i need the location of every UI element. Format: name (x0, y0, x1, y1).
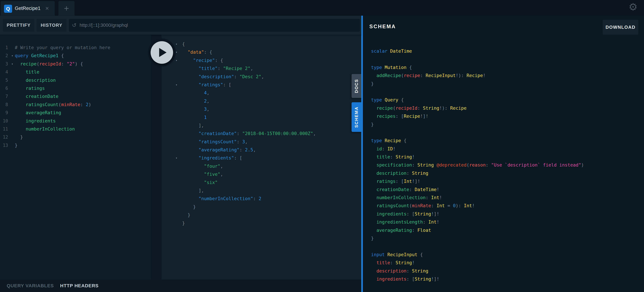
graphql-playground-window: Q GetRecipe1 × + ⚙ PRETTIFY HISTORY ↺ 1#… (0, 0, 644, 292)
code-line (371, 242, 640, 250)
code-line: 3, (174, 105, 359, 113)
query-variables-tab[interactable]: QUERY VARIABLES (7, 279, 54, 292)
code-line: title: String! (371, 153, 640, 161)
schema-viewer: scalar DateTimetype Mutation { addRecipe… (371, 47, 640, 283)
code-line: input RecipeInput { (371, 251, 640, 259)
code-line: title: String! (371, 259, 640, 267)
code-line (371, 128, 640, 136)
top-bar: Q GetRecipe1 × + ⚙ (0, 0, 644, 16)
code-line (371, 88, 640, 96)
code-line: ratings: [Int!]! (371, 177, 640, 185)
new-tab-button[interactable]: + (58, 1, 74, 16)
download-schema-button[interactable]: DOWNLOAD (603, 20, 638, 35)
code-line: ], (174, 121, 359, 129)
code-line: "averageRating": 2.5, (174, 146, 359, 154)
code-line: } (371, 234, 640, 242)
fold-arrow-icon[interactable]: ▾ (10, 60, 15, 68)
code-line: 4, (174, 89, 359, 97)
line-number: 2 (0, 52, 10, 60)
toolbar: PRETTIFY HISTORY ↺ (0, 16, 361, 35)
code-line: id: ID! (371, 145, 640, 153)
code-line: numberInCollection: Int! (371, 194, 640, 202)
code-line: type Recipe { (371, 136, 640, 145)
endpoint-bar: ↺ (69, 19, 360, 32)
code-line: ingredients: [String!]! (371, 210, 640, 218)
query-type-icon: Q (4, 5, 12, 13)
line-number: 11 (0, 125, 10, 133)
code-line: "numberInCollection": 2 (174, 195, 359, 203)
prettify-button[interactable]: PRETTIFY (3, 19, 34, 32)
code-line: 13} (0, 141, 150, 149)
code-line: 12 } (0, 133, 150, 141)
code-line: 2, (174, 97, 359, 105)
execute-query-button[interactable] (150, 41, 173, 64)
code-line: 8 ratingsCount(minRate: 2) (0, 101, 150, 109)
endpoint-url-input[interactable] (80, 23, 360, 28)
code-line: } (371, 80, 640, 88)
line-number: 5 (0, 76, 10, 84)
line-number: 12 (0, 133, 10, 141)
play-icon (159, 48, 166, 57)
code-line: description: String (371, 267, 640, 275)
code-line: "title": "Recipe 2", (174, 64, 359, 72)
code-line: } (371, 120, 640, 128)
schema-side-tab[interactable]: SCHEMA (352, 102, 361, 132)
line-number: 8 (0, 101, 10, 109)
history-button[interactable]: HISTORY (36, 19, 66, 32)
code-line: description: String (371, 169, 640, 177)
code-line: "creationDate": "2018-04-15T00:00:00.000… (174, 129, 359, 137)
code-line: } (174, 203, 359, 211)
docs-tab-label: DOCS (354, 79, 359, 93)
code-line: } (174, 211, 359, 219)
code-line: specification: String @deprecated(reason… (371, 161, 640, 169)
code-line: addRecipe(recipe: RecipeInput!): Recipe! (371, 71, 640, 80)
line-number: 3 (0, 60, 10, 68)
settings-gear-icon[interactable]: ⚙ (626, 0, 641, 15)
line-number: 10 (0, 117, 10, 125)
line-number: 7 (0, 92, 10, 100)
docs-side-tab[interactable]: DOCS (352, 74, 361, 98)
line-number: 1 (0, 44, 10, 52)
code-line: 3▾ recipe(recipeId: "2") { (0, 60, 150, 68)
code-line: ▾ "recipe": { (174, 56, 359, 64)
fold-arrow-icon[interactable]: ▾ (10, 52, 15, 60)
code-line: ingredientsLength: Int! (371, 218, 640, 226)
line-number: 4 (0, 68, 10, 76)
tab-getrecipe1[interactable]: Q GetRecipe1 × (1, 1, 55, 16)
code-line: ▾ "ingredients": [ (174, 154, 359, 162)
schema-panel-title: SCHEMA (369, 24, 396, 30)
code-line: 11 numberInCollection (0, 125, 150, 133)
close-tab-icon[interactable]: × (45, 1, 49, 16)
line-number: 13 (0, 141, 10, 149)
code-line: 6 ratings (0, 84, 150, 92)
tab-title: GetRecipe1 (15, 1, 40, 16)
fold-arrow-icon[interactable]: ▾ (174, 154, 182, 162)
code-line: "four", (174, 162, 359, 170)
schema-tab-label: SCHEMA (354, 106, 359, 128)
line-number: 9 (0, 109, 10, 117)
code-line: "five", (174, 170, 359, 178)
code-line: scalar DateTime (371, 47, 640, 55)
code-line: ▾{ (174, 40, 359, 48)
schema-divider[interactable] (361, 16, 363, 292)
fold-arrow-icon[interactable]: ▾ (174, 81, 182, 89)
query-editor[interactable]: 1# Write your query or mutation here2▾qu… (0, 44, 150, 149)
code-line: 7 creationDate (0, 92, 150, 100)
line-number: 6 (0, 84, 10, 92)
code-line (371, 55, 640, 63)
code-line: type Mutation { (371, 63, 640, 71)
code-line: 1# Write your query or mutation here (0, 44, 150, 52)
code-line: 2▾query GetRecipe1 { (0, 52, 150, 60)
bottom-bar: QUERY VARIABLES HTTP HEADERS (0, 279, 361, 292)
reload-icon[interactable]: ↺ (69, 22, 80, 29)
code-line: recipe(recipeId: String!): Recipe (371, 104, 640, 112)
fold-arrow-icon[interactable]: ▾ (174, 40, 182, 48)
response-viewer: ▾{▾ "data": {▾ "recipe": { "title": "Rec… (174, 40, 359, 227)
code-line: recipes: [Recipe!]! (371, 112, 640, 120)
code-line: "ratingsCount": 3, (174, 138, 359, 146)
code-line: } (174, 219, 359, 227)
http-headers-tab[interactable]: HTTP HEADERS (60, 279, 98, 292)
code-line: ], (174, 187, 359, 195)
code-line: 5 description (0, 76, 150, 84)
fold-arrow-icon[interactable]: ▾ (174, 56, 182, 64)
